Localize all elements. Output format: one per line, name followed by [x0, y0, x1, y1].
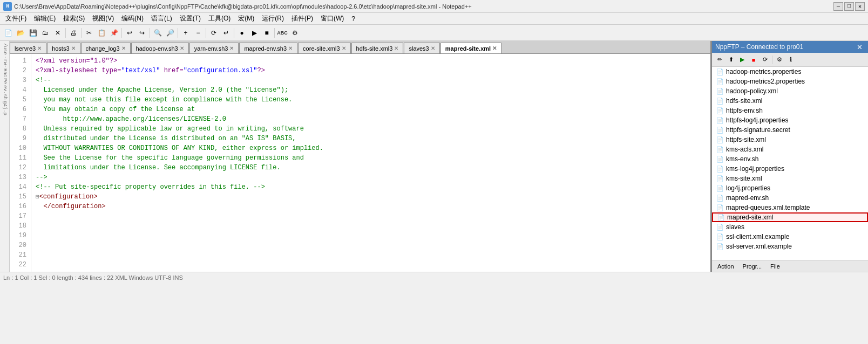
tab-close-icon[interactable]: ✕	[288, 45, 293, 51]
ftp-connect-button[interactable]: ▶	[737, 54, 748, 65]
ftp-file-item[interactable]: 📄mapred-queues.xml.template	[712, 203, 868, 212]
ftp-file-item[interactable]: 📄hadoop-metrics.properties	[712, 67, 868, 77]
ftp-upload-button[interactable]: ⬆	[725, 54, 736, 65]
ftp-toolbar: ✏ ⬆ ▶ ■ ⟳ ⚙ ℹ	[712, 53, 868, 67]
tab-close-icon[interactable]: ✕	[71, 45, 76, 51]
find-replace-button[interactable]: 🔎	[164, 27, 176, 39]
zoom-in-button[interactable]: +	[180, 27, 192, 39]
abc-button[interactable]: ABC	[276, 27, 288, 39]
tab-lservre3[interactable]: lservre3✕	[10, 43, 46, 53]
ftp-file-item[interactable]: 📄log4j.properties	[712, 183, 868, 193]
ftp-refresh-button[interactable]: ⟳	[760, 54, 770, 65]
ftp-status-item-file[interactable]: File	[768, 263, 782, 270]
ftp-file-item[interactable]: 📄mapred-site.xml	[712, 212, 868, 222]
ftp-disconnect-button[interactable]: ■	[748, 54, 759, 65]
ftp-close-button[interactable]: ✕	[854, 42, 865, 52]
tab-close-icon[interactable]: ✕	[492, 45, 497, 51]
menu-item-f[interactable]: 文件(F)	[2, 13, 30, 24]
new-button[interactable]: 📄	[2, 27, 14, 39]
tab-hdfs-site-xml3[interactable]: hdfs-site.xml3✕	[351, 43, 404, 53]
ftp-pencil-button[interactable]: ✏	[714, 54, 725, 65]
tab-yarn-env-sh3[interactable]: yarn-env.sh3✕	[189, 43, 239, 53]
ftp-file-item[interactable]: 📄mapred-env.sh	[712, 193, 868, 203]
tab-mapred-site-xml[interactable]: mapred-site.xml✕	[440, 43, 501, 53]
file-name: ssl-server.xml.example	[726, 243, 792, 250]
open-button[interactable]: 📂	[15, 27, 26, 39]
macro-button[interactable]: ●	[236, 27, 248, 39]
ftp-file-item[interactable]: 📄httpfs-site.xml	[712, 135, 868, 145]
menu-item-r[interactable]: 运行(R)	[259, 13, 287, 24]
ftp-settings-button[interactable]: ⚙	[774, 54, 785, 65]
sep6	[206, 28, 206, 38]
close-button2[interactable]: ✕	[52, 27, 64, 39]
ftp-status-item-progr[interactable]: Progr...	[741, 263, 764, 270]
tab-close-icon[interactable]: ✕	[431, 45, 435, 51]
ftp-file-item[interactable]: 📄kms-acls.xml	[712, 145, 868, 154]
sync-button[interactable]: ⟳	[208, 27, 220, 39]
cut-button[interactable]: ✂	[83, 27, 95, 39]
file-name: hadoop-metrics2.properties	[726, 78, 805, 85]
line-number: 8	[14, 124, 26, 134]
ftp-file-item[interactable]: 📄kms-log4j.properties	[712, 164, 868, 174]
menu-item-v[interactable]: 视图(V)	[89, 13, 117, 24]
tab-hadoop-env-sh3[interactable]: hadoop-env.sh3✕	[131, 43, 189, 53]
ftp-file-item[interactable]: 📄ssl-client.xml.example	[712, 232, 868, 242]
ftp-file-item[interactable]: 📄hadoop-metrics2.properties	[712, 77, 868, 86]
file-icon: 📄	[716, 204, 724, 211]
paste-button[interactable]: 📌	[108, 27, 120, 39]
file-icon: 📄	[716, 224, 724, 231]
ftp-status-item-action[interactable]: Action	[715, 263, 736, 270]
file-name: kms-acls.xml	[726, 146, 763, 153]
ftp-file-list[interactable]: 📄hadoop-metrics.properties📄hadoop-metric…	[712, 67, 868, 260]
menu-item-[interactable]: ?	[348, 15, 358, 23]
ftp-file-item[interactable]: 📄kms-site.xml	[712, 174, 868, 183]
tab-close-icon[interactable]: ✕	[121, 45, 126, 51]
tab-slaves3[interactable]: slaves3✕	[404, 43, 439, 53]
tab-close-icon[interactable]: ✕	[180, 45, 184, 51]
tab-close-icon[interactable]: ✕	[342, 45, 346, 51]
menu-item-w[interactable]: 窗口(W)	[317, 13, 347, 24]
redo-button[interactable]: ↪	[136, 27, 148, 39]
save-button[interactable]: 💾	[27, 27, 39, 39]
macro-play-button[interactable]: ▶	[248, 27, 260, 39]
ftp-file-item[interactable]: 📄httpfs-env.sh	[712, 106, 868, 115]
code-editor[interactable]: 12345678910111213141516171819202122 <?xm…	[10, 54, 710, 272]
ftp-file-item[interactable]: 📄ssl-server.xml.example	[712, 242, 868, 251]
menu-item-e[interactable]: 编辑(E)	[31, 13, 59, 24]
macro-stop-button[interactable]: ■	[261, 27, 273, 39]
menu-item-m[interactable]: 宏(M)	[235, 13, 257, 24]
ftp-file-item[interactable]: 📄slaves	[712, 222, 868, 232]
ftp-file-item[interactable]: 📄httpfs-log4j.properties	[712, 115, 868, 125]
save-all-button[interactable]: 🗂	[39, 27, 51, 39]
print-button[interactable]: 🖨	[67, 27, 79, 39]
maximize-button[interactable]: □	[844, 2, 854, 11]
copy-button[interactable]: 📋	[96, 27, 107, 39]
tab-change-log3[interactable]: change_log3✕	[81, 43, 131, 53]
menu-item-p[interactable]: 插件(P)	[288, 13, 316, 24]
tab-core-site-xml3[interactable]: core-site.xml3✕	[298, 43, 350, 53]
tab-mapred-env-sh3[interactable]: mapred-env.sh3✕	[239, 43, 297, 53]
settings2-button[interactable]: ⚙	[289, 27, 301, 39]
menu-item-n[interactable]: 编码(N)	[118, 13, 147, 24]
ftp-file-item[interactable]: 📄hadoop-policy.xml	[712, 86, 868, 96]
ftp-file-item[interactable]: 📄kms-env.sh	[712, 154, 868, 164]
find-button[interactable]: 🔍	[152, 27, 164, 39]
ftp-file-item[interactable]: 📄httpfs-signature.secret	[712, 125, 868, 135]
tab-close-icon[interactable]: ✕	[229, 45, 234, 51]
line-number: 16	[14, 202, 26, 211]
tab-hosts3[interactable]: hosts3✕	[47, 43, 80, 53]
zoom-out-button[interactable]: −	[192, 27, 204, 39]
undo-button[interactable]: ↩	[124, 27, 135, 39]
minimize-button[interactable]: —	[833, 2, 843, 11]
menu-item-l[interactable]: 语言(L)	[148, 13, 175, 24]
tab-close-icon[interactable]: ✕	[37, 45, 42, 51]
close-button[interactable]: ✕	[855, 2, 865, 11]
menu-item-o[interactable]: 工具(O)	[205, 13, 234, 24]
menu-item-t[interactable]: 设置(T)	[177, 13, 204, 24]
ftp-file-item[interactable]: 📄hdfs-site.xml	[712, 96, 868, 106]
menu-item-s[interactable]: 搜索(S)	[60, 13, 88, 24]
ftp-info-button[interactable]: ℹ	[785, 54, 796, 65]
wrap-button[interactable]: ↵	[220, 27, 232, 39]
tab-close-icon[interactable]: ✕	[394, 45, 398, 51]
code-content[interactable]: <?xml version="1.0"?><?xml-stylesheet ty…	[31, 54, 710, 272]
